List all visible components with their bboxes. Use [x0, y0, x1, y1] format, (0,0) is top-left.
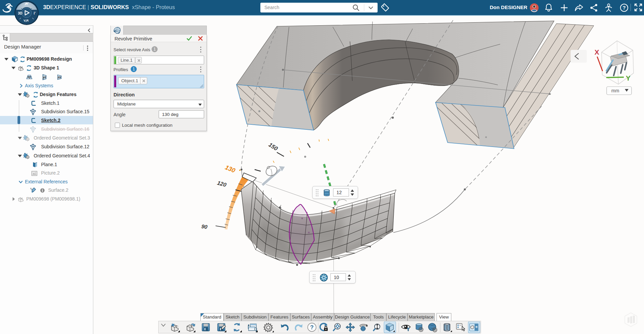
svg-text:mm: mm: [611, 88, 619, 93]
svg-text:150: 150: [267, 142, 279, 152]
svg-text:3D: 3D: [18, 11, 23, 15]
svg-text:130: 130: [224, 163, 236, 174]
svg-text:V,R: V,R: [24, 19, 29, 22]
svg-text:?: ?: [622, 5, 625, 10]
svg-text:i': i': [34, 11, 35, 15]
svg-text:X: X: [594, 48, 599, 56]
svg-text:Y: Y: [626, 74, 631, 82]
svg-text:90: 90: [201, 223, 208, 230]
svg-text:120: 120: [217, 180, 227, 188]
